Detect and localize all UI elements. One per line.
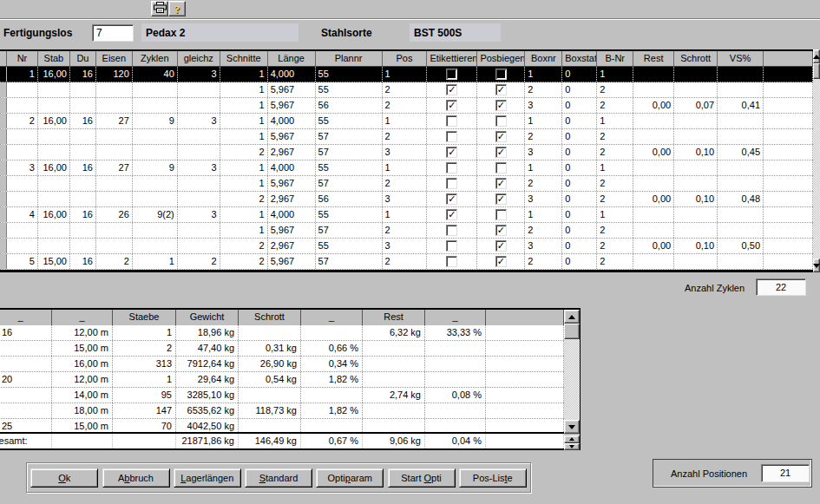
row-selector[interactable] <box>0 223 7 238</box>
posbiegen-checkbox[interactable] <box>495 209 507 220</box>
table-row[interactable]: 16,00 m3137912,64 kg26,90 kg0,34 % <box>0 357 564 372</box>
scrollbar-thumb[interactable] <box>813 63 820 79</box>
posbiegen-checkbox[interactable] <box>495 69 507 80</box>
table-row[interactable]: 15,00 m247,40 kg0,31 kg0,66 % <box>0 341 564 357</box>
ok-button[interactable]: Ok <box>30 468 98 488</box>
etikettieren-checkbox[interactable] <box>446 162 457 173</box>
summary-spinner[interactable] <box>564 435 580 450</box>
scroll-down-button[interactable] <box>813 259 820 272</box>
scroll-down-button[interactable] <box>564 420 580 434</box>
scrollbar-thumb[interactable] <box>564 324 580 339</box>
table-row[interactable]: 14,00 m953285,10 kg2,74 kg0,08 % <box>0 388 564 403</box>
etikettieren-checkbox[interactable]: ✓ <box>446 84 457 95</box>
table-row[interactable]: 22,967573✓✓3020,000,100,45 <box>0 145 813 160</box>
table-row[interactable]: 15,967552✓✓202 <box>0 82 813 98</box>
posbiegen-checkbox[interactable] <box>495 162 507 173</box>
row-selector[interactable] <box>0 67 7 82</box>
etikettieren-checkbox[interactable] <box>446 178 457 189</box>
etikettieren-checkbox[interactable] <box>446 225 457 236</box>
table-row[interactable]: 22,967553✓3020,000,100,50 <box>0 239 813 254</box>
print-button[interactable] <box>151 1 168 16</box>
posbiegen-checkbox[interactable]: ✓ <box>495 240 507 252</box>
etikettieren-checkbox[interactable]: ✓ <box>446 147 457 158</box>
standard-button[interactable]: Standard <box>245 468 312 488</box>
scroll-up-button[interactable] <box>813 49 820 63</box>
cell: 0 <box>562 207 597 222</box>
cell: 4,000 <box>268 207 316 222</box>
spin-down-button[interactable] <box>564 443 580 451</box>
table-row[interactable]: 15,967572✓202 <box>0 129 813 145</box>
table-row[interactable]: 316,0016279314,000551101 <box>0 160 813 176</box>
row-selector[interactable] <box>0 176 7 191</box>
posbiegen-checkbox[interactable]: ✓ <box>495 256 507 267</box>
table-row[interactable]: 2012,00 m129,64 kg0,54 kg1,82 % <box>0 372 564 388</box>
summary-scrollbar[interactable] <box>564 310 580 434</box>
posbiegen-checkbox[interactable]: ✓ <box>495 178 507 189</box>
main-table-scrollbar[interactable] <box>813 49 820 272</box>
help-button[interactable]: ? <box>168 1 186 16</box>
table-row[interactable]: 216,0016279314,000551101 <box>0 114 813 129</box>
fertigungslos-input[interactable] <box>92 24 134 42</box>
abbruch-button[interactable]: Abbruch <box>102 468 170 488</box>
cell: 3 <box>383 145 428 160</box>
etikettieren-checkbox[interactable] <box>446 115 457 127</box>
table-row[interactable]: 22,967563✓✓3020,000,100,48 <box>0 192 813 207</box>
table-row[interactable]: 15,967572✓202 <box>0 223 813 239</box>
row-selector[interactable] <box>0 254 7 269</box>
scrollbar-track[interactable] <box>813 79 820 259</box>
etikettieren-checkbox[interactable] <box>446 69 457 80</box>
row-selector[interactable] <box>0 192 7 206</box>
spin-up-button[interactable] <box>564 435 580 443</box>
row-selector[interactable] <box>0 129 7 144</box>
row-selector[interactable] <box>0 207 7 222</box>
row-selector[interactable] <box>0 145 7 160</box>
etikettieren-checkbox[interactable] <box>446 240 457 252</box>
stahlsorte-label: Stahlsorte <box>321 27 372 39</box>
cell <box>764 98 813 113</box>
lagerlängen-button[interactable]: Lagerlängen <box>174 468 241 488</box>
etikettieren-checkbox[interactable]: ✓ <box>446 100 457 111</box>
column-header: _ <box>301 310 363 325</box>
cell: 12,00 m <box>52 372 113 387</box>
etikettieren-checkbox[interactable] <box>446 131 457 142</box>
etikettieren-checkbox[interactable] <box>446 256 457 267</box>
pos-liste-button[interactable]: Pos-Liste <box>459 468 527 488</box>
posbiegen-checkbox[interactable]: ✓ <box>495 225 507 236</box>
scrollbar-track[interactable] <box>564 339 580 420</box>
etikettieren-checkbox[interactable]: ✓ <box>446 193 457 205</box>
column-header: Boxstat <box>562 51 597 66</box>
row-selector[interactable] <box>0 114 7 128</box>
optiparam-button[interactable]: Optiparam <box>316 468 384 488</box>
posbiegen-checkbox[interactable]: ✓ <box>495 131 507 142</box>
posbiegen-checkbox[interactable]: ✓ <box>495 193 507 205</box>
table-row[interactable]: 15,967572✓202 <box>0 176 813 192</box>
table-row[interactable]: 2515,00 m704042,50 kg <box>0 419 564 432</box>
posbiegen-checkbox[interactable]: ✓ <box>495 147 507 158</box>
scroll-up-button[interactable] <box>564 310 580 324</box>
table-row[interactable]: 15,967562✓✓3020,000,070,41 <box>0 98 813 114</box>
cell <box>764 114 813 128</box>
row-selector[interactable] <box>0 98 7 113</box>
start-opti-button[interactable]: Start Opti <box>388 468 456 488</box>
row-selector[interactable] <box>0 239 7 253</box>
cell: 0,04 % <box>425 434 486 448</box>
cell <box>633 176 674 191</box>
posbiegen-checkbox[interactable]: ✓ <box>495 100 507 111</box>
row-selector[interactable] <box>0 160 7 175</box>
summary-body: 1612,00 m118,96 kg6,32 kg33,33 %15,00 m2… <box>0 325 564 432</box>
table-row[interactable]: 18,00 m1476535,62 kg118,73 kg1,82 % <box>0 403 564 419</box>
cell <box>764 145 813 160</box>
posbiegen-checkbox[interactable]: ✓ <box>495 84 507 95</box>
table-row[interactable]: 116,001612040314,000551101 <box>0 67 813 82</box>
row-selector[interactable] <box>0 82 7 97</box>
cell <box>70 192 96 206</box>
cell: 2 <box>220 254 268 269</box>
posbiegen-checkbox[interactable] <box>495 115 507 127</box>
table-row[interactable]: 1612,00 m118,96 kg6,32 kg33,33 % <box>0 325 564 341</box>
cell <box>7 98 38 113</box>
table-row[interactable]: 515,001621225,967572✓202 <box>0 254 813 270</box>
table-row[interactable]: 416,0016269(2)314,000551✓101 <box>0 207 813 223</box>
etikettieren-checkbox[interactable]: ✓ <box>446 209 457 220</box>
cell: 1 <box>220 114 268 128</box>
cell: 12,00 m <box>52 325 113 340</box>
